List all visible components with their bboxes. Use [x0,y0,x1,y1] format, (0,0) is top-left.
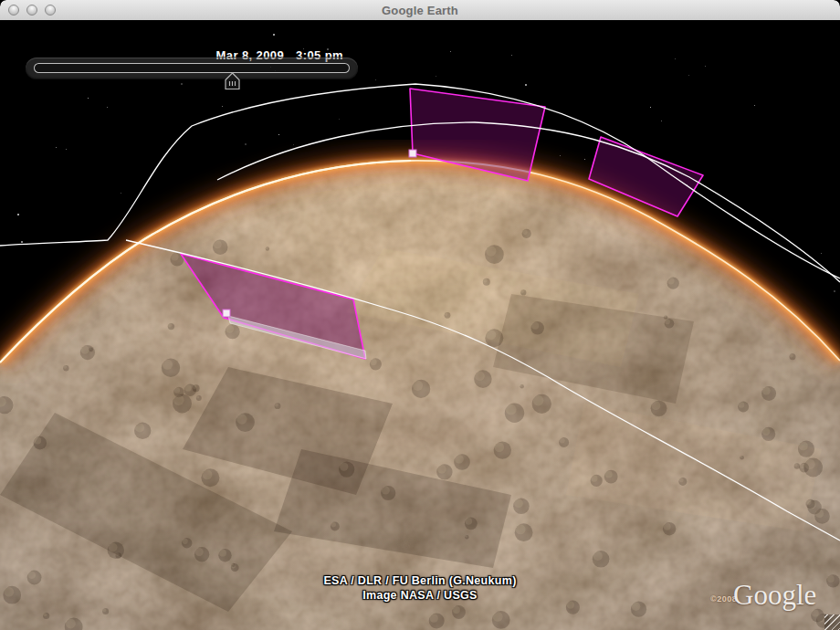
window-resize-grip[interactable] [824,614,840,630]
footprint-north-1-corner-marker[interactable] [409,150,416,157]
footprint-west-corner-marker[interactable] [223,310,230,317]
window-title: Google Earth [0,4,840,17]
terrain-grain [0,111,840,630]
google-earth-window: Google Earth [0,0,840,630]
earth-viewport[interactable]: Mar 8, 20093:05 pm ESA / DLR / FU Berlin… [0,20,840,630]
time-slider-track[interactable] [34,63,350,73]
mars-globe [0,111,840,630]
window-titlebar[interactable]: Google Earth [0,0,840,21]
time-slider-handle[interactable] [224,72,241,90]
globe-canvas[interactable] [0,20,840,630]
